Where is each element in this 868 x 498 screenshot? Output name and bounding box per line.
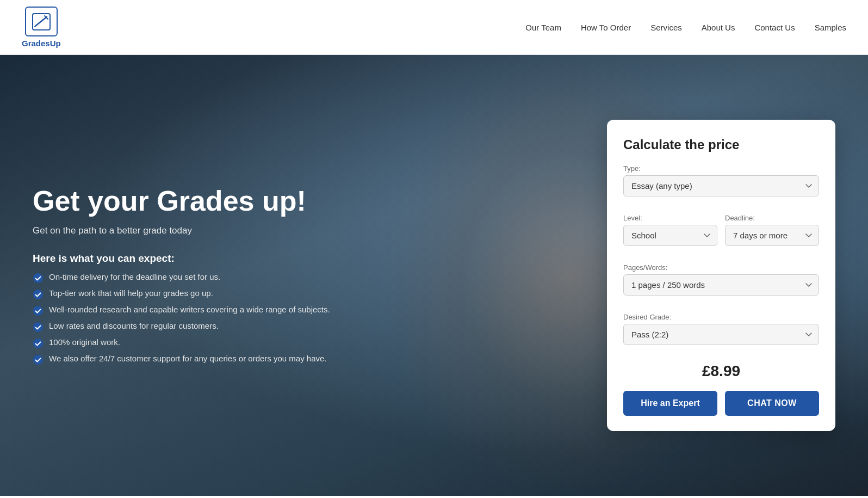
nav-samples[interactable]: Samples — [815, 23, 846, 32]
price-display: £8.99 — [623, 362, 819, 380]
list-item: On-time delivery for the deadline you se… — [33, 272, 330, 284]
svg-point-9 — [33, 355, 43, 365]
list-item-text: Top-tier work that will help your grades… — [49, 288, 213, 298]
calculator-buttons: Hire an Expert CHAT NOW — [623, 391, 819, 416]
calculator-title: Calculate the price — [623, 137, 819, 152]
hero-section: Get your Grades up! Get on the path to a… — [0, 55, 868, 496]
nav-about-us[interactable]: About Us — [702, 23, 735, 32]
nav-services[interactable]: Services — [650, 23, 682, 32]
list-item-text: Low rates and discounts for regular cust… — [49, 321, 219, 330]
type-label: Type: — [623, 164, 819, 173]
hero-expect-heading: Here is what you can expect: — [33, 253, 330, 265]
pages-group: Pages/Words: 1 pages / 250 words 2 pages… — [623, 263, 819, 304]
logo-text: GradesUp — [22, 39, 61, 48]
logo-icon — [25, 7, 58, 36]
grade-group: Desired Grade: Pass (2:2) Merit (2:1) Di… — [623, 313, 819, 354]
hire-expert-button[interactable]: Hire an Expert — [623, 391, 717, 416]
deadline-group: Deadline: 7 days or more 5 days 3 days 2… — [725, 214, 819, 255]
main-nav: Our Team How To Order Services About Us … — [525, 23, 846, 32]
check-icon — [33, 305, 44, 316]
list-item-text: We also offer 24/7 customer support for … — [49, 354, 327, 363]
hero-subtitle: Get on the path to a better grade today — [33, 225, 330, 236]
nav-how-to-order[interactable]: How To Order — [581, 23, 631, 32]
hero-title: Get your Grades up! — [33, 186, 330, 217]
deadline-select[interactable]: 7 days or more 5 days 3 days 24 hours — [725, 225, 819, 246]
svg-point-7 — [33, 322, 43, 332]
hero-list: On-time delivery for the deadline you se… — [33, 272, 330, 365]
pages-select[interactable]: 1 pages / 250 words 2 pages / 500 words … — [623, 274, 819, 296]
check-icon — [33, 289, 44, 300]
svg-point-8 — [33, 339, 43, 348]
level-label: Level: — [623, 214, 717, 222]
logo[interactable]: GradesUp — [22, 7, 61, 48]
list-item-text: 100% original work. — [49, 337, 120, 347]
svg-line-1 — [36, 17, 47, 26]
check-icon — [33, 338, 44, 349]
nav-contact-us[interactable]: Contact Us — [754, 23, 795, 32]
type-select[interactable]: Essay (any type) Research Paper Coursewo… — [623, 175, 819, 196]
check-icon — [33, 322, 44, 333]
list-item-text: Well-rounded research and capable writer… — [49, 305, 330, 314]
header: GradesUp Our Team How To Order Services … — [0, 0, 868, 55]
level-select[interactable]: School Undergraduate Masters — [623, 225, 717, 246]
svg-point-4 — [33, 273, 43, 283]
hero-content: Get your Grades up! Get on the path to a… — [0, 153, 363, 398]
list-item: Well-rounded research and capable writer… — [33, 305, 330, 316]
calculator-card: Calculate the price Type: Essay (any typ… — [607, 120, 835, 431]
deadline-label: Deadline: — [725, 214, 819, 222]
level-deadline-row: Level: School Undergraduate Masters Dead… — [623, 214, 819, 263]
list-item: 100% original work. — [33, 337, 330, 349]
check-icon — [33, 354, 44, 365]
grade-label: Desired Grade: — [623, 313, 819, 321]
chat-now-button[interactable]: CHAT NOW — [725, 391, 819, 416]
pages-label: Pages/Words: — [623, 263, 819, 272]
check-icon — [33, 273, 44, 284]
svg-point-6 — [33, 306, 43, 316]
svg-point-5 — [33, 290, 43, 299]
level-group: Level: School Undergraduate Masters — [623, 214, 717, 255]
list-item: We also offer 24/7 customer support for … — [33, 354, 330, 365]
list-item: Top-tier work that will help your grades… — [33, 288, 330, 300]
grade-select[interactable]: Pass (2:2) Merit (2:1) Distinction (1st) — [623, 324, 819, 345]
nav-our-team[interactable]: Our Team — [525, 23, 561, 32]
svg-line-3 — [35, 26, 36, 27]
type-group: Type: Essay (any type) Research Paper Co… — [623, 164, 819, 205]
list-item: Low rates and discounts for regular cust… — [33, 321, 330, 333]
list-item-text: On-time delivery for the deadline you se… — [49, 272, 220, 281]
